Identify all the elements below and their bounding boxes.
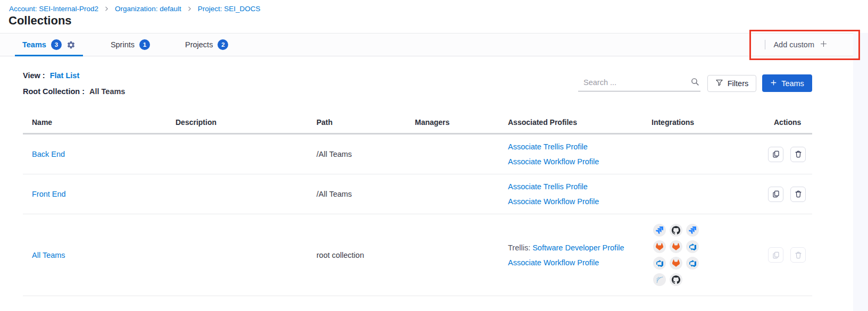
tab-label: Projects bbox=[185, 40, 213, 49]
jira-icon bbox=[653, 224, 666, 237]
view-label: View : bbox=[23, 71, 45, 80]
chevron-right-icon bbox=[187, 6, 192, 11]
filters-button[interactable]: Filters bbox=[707, 75, 756, 92]
breadcrumb: Account: SEI-Internal-Prod2Organization:… bbox=[9, 5, 260, 13]
azure-devops-icon bbox=[686, 240, 699, 253]
funnel-icon bbox=[715, 79, 723, 88]
collections-page: Account: SEI-Internal-Prod2Organization:… bbox=[0, 0, 868, 311]
copy-button[interactable] bbox=[768, 187, 783, 202]
collection-name-link[interactable]: Back End bbox=[32, 150, 65, 158]
column-header-associated-profiles: Associated Profiles bbox=[499, 118, 642, 127]
gear-icon[interactable] bbox=[66, 40, 76, 49]
page-title: Collections bbox=[9, 14, 72, 28]
root-collection-value: All Teams bbox=[89, 87, 125, 96]
profile-link[interactable]: Associate Trellis Profile bbox=[508, 182, 588, 191]
search-icon bbox=[690, 77, 699, 88]
cell-associated-profiles: Associate Trellis ProfileAssociate Workf… bbox=[499, 182, 642, 206]
column-header-name: Name bbox=[23, 118, 166, 127]
copy-button bbox=[768, 247, 783, 263]
table-header: NameDescriptionPathManagersAssociated Pr… bbox=[23, 112, 812, 135]
tab-label: Sprints bbox=[111, 40, 135, 49]
table-row: All Teamsroot collectionTrellis: Softwar… bbox=[23, 214, 812, 296]
page-right-margin bbox=[853, 33, 868, 311]
table-row: Front End/All TeamsAssociate Trellis Pro… bbox=[23, 174, 812, 214]
view-value-link[interactable]: Flat List bbox=[50, 71, 80, 80]
breadcrumb-link[interactable]: Project: SEI_DOCS bbox=[198, 5, 261, 13]
profile-link[interactable]: Associate Trellis Profile bbox=[508, 142, 588, 151]
add-custom-button[interactable]: Add custom bbox=[773, 40, 828, 49]
integration-icon-grid bbox=[653, 224, 699, 286]
cell-name: Front End bbox=[23, 190, 166, 198]
github-icon bbox=[670, 273, 682, 286]
column-header-integrations: Integrations bbox=[642, 118, 765, 127]
root-collection-label: Root Collection : bbox=[23, 87, 85, 96]
gitlab-icon bbox=[670, 257, 682, 270]
profile-link[interactable]: Associate Workflow Profile bbox=[508, 157, 599, 166]
column-header-managers: Managers bbox=[406, 118, 499, 127]
profile-links: Associate Trellis ProfileAssociate Workf… bbox=[508, 182, 642, 206]
delete-button bbox=[790, 247, 806, 263]
cell-associated-profiles: Trellis: Software Developer ProfileAssoc… bbox=[499, 243, 642, 267]
search-box bbox=[578, 74, 700, 91]
add-custom-area: Add custom bbox=[765, 33, 828, 56]
profile-line: Associate Trellis Profile bbox=[508, 182, 642, 191]
jira-icon bbox=[686, 224, 699, 237]
profile-line: Associate Trellis Profile bbox=[508, 142, 642, 151]
github-icon bbox=[670, 224, 682, 237]
profile-line: Associate Workflow Profile bbox=[508, 197, 642, 206]
add-teams-label: Teams bbox=[781, 79, 804, 88]
add-teams-button[interactable]: Teams bbox=[762, 74, 812, 92]
profile-link[interactable]: Associate Workflow Profile bbox=[508, 258, 599, 267]
cell-actions bbox=[765, 187, 812, 202]
tab-list: Teams3Sprints1Projects2 bbox=[0, 33, 236, 56]
column-header-description: Description bbox=[166, 118, 307, 127]
cell-path: root collection bbox=[307, 251, 406, 259]
tab-projects[interactable]: Projects2 bbox=[178, 33, 236, 56]
profile-line: Associate Workflow Profile bbox=[508, 157, 642, 166]
tab-sprints[interactable]: Sprints1 bbox=[103, 33, 157, 56]
view-controls: View : Flat List Root Collection : All T… bbox=[23, 71, 125, 103]
plus-icon bbox=[770, 79, 777, 88]
cell-associated-profiles: Associate Trellis ProfileAssociate Workf… bbox=[499, 142, 642, 166]
vertical-divider bbox=[765, 40, 765, 49]
delete-button[interactable] bbox=[790, 187, 806, 202]
cell-actions bbox=[765, 147, 812, 162]
cell-path: /All Teams bbox=[307, 150, 406, 158]
profile-line: Associate Workflow Profile bbox=[508, 258, 642, 267]
cell-name: Back End bbox=[23, 150, 166, 158]
tab-count-badge: 3 bbox=[51, 39, 62, 50]
cell-integrations bbox=[642, 224, 765, 286]
copy-button[interactable] bbox=[768, 147, 783, 162]
profile-links: Trellis: Software Developer ProfileAssoc… bbox=[508, 243, 642, 267]
action-buttons bbox=[765, 147, 812, 162]
tab-count-badge: 1 bbox=[139, 39, 150, 50]
chevron-right-icon bbox=[104, 6, 109, 11]
profile-prefix: Trellis: bbox=[508, 243, 532, 252]
collection-name-link[interactable]: Front End bbox=[32, 190, 66, 198]
action-buttons bbox=[765, 187, 812, 202]
root-collection-row: Root Collection : All Teams bbox=[23, 87, 125, 96]
azure-devops-icon bbox=[653, 257, 666, 270]
profile-link[interactable]: Software Developer Profile bbox=[532, 243, 624, 252]
column-header-path: Path bbox=[307, 118, 406, 127]
table-body: Back End/All TeamsAssociate Trellis Prof… bbox=[23, 135, 812, 296]
action-buttons bbox=[765, 247, 812, 263]
cell-path: /All Teams bbox=[307, 190, 406, 198]
collections-table: NameDescriptionPathManagersAssociated Pr… bbox=[23, 112, 812, 296]
column-header-actions: Actions bbox=[765, 118, 812, 127]
table-row: Back End/All TeamsAssociate Trellis Prof… bbox=[23, 135, 812, 174]
search-input[interactable] bbox=[583, 78, 682, 87]
tab-label: Teams bbox=[22, 40, 46, 49]
tab-count-badge: 2 bbox=[218, 39, 228, 50]
breadcrumb-link[interactable]: Organization: default bbox=[115, 5, 181, 13]
gitlab-icon bbox=[653, 240, 666, 253]
tab-bar: Teams3Sprints1Projects2 Add custom bbox=[0, 33, 853, 56]
tab-teams[interactable]: Teams3 bbox=[15, 33, 83, 56]
collection-name-link[interactable]: All Teams bbox=[32, 251, 65, 259]
delete-button[interactable] bbox=[790, 147, 806, 162]
view-row: View : Flat List bbox=[23, 71, 125, 80]
cell-name: All Teams bbox=[23, 251, 166, 259]
breadcrumb-link[interactable]: Account: SEI-Internal-Prod2 bbox=[9, 5, 98, 13]
gitlab-icon bbox=[670, 240, 682, 253]
profile-link[interactable]: Associate Workflow Profile bbox=[508, 197, 599, 206]
